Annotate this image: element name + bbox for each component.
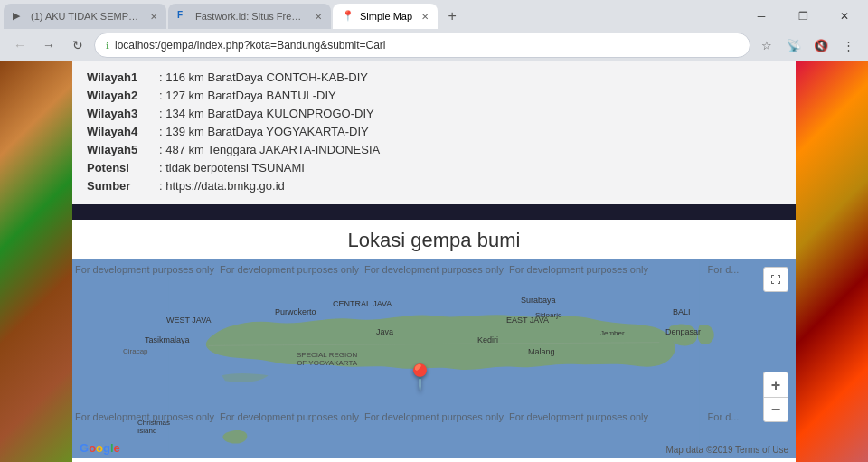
tab-close-2[interactable]: ✕: [315, 12, 322, 22]
map-label-jember: Jember: [600, 329, 625, 337]
tab-favicon-3: 📍: [342, 10, 354, 23]
info-value-5: : 487 km Tenggara JAKARTA-INDONESIA: [159, 141, 781, 159]
info-label-5: Wilayah5: [87, 141, 159, 159]
map-label-denpasar: Denpasar: [665, 327, 701, 336]
map-label-kediri: Kediri: [477, 335, 498, 344]
map-title: Lokasi gempa bumi: [72, 220, 796, 259]
bookmark-icon[interactable]: ☆: [754, 33, 779, 58]
tab-close-1[interactable]: ✕: [150, 12, 157, 22]
info-row-1: Wilayah1 : 116 km BaratDaya CONTOH-KAB-D…: [87, 69, 781, 87]
map-label-east-java: EAST JAVA: [506, 316, 549, 325]
google-letter-g2: g: [103, 441, 110, 455]
map-svg: [72, 259, 796, 458]
info-label-6: Potensi: [87, 159, 159, 177]
restore-button[interactable]: ❐: [783, 4, 823, 29]
tab-label-3: Simple Map: [360, 11, 412, 22]
google-letter-e: e: [114, 441, 120, 455]
tab-close-3[interactable]: ✕: [421, 12, 429, 22]
map-zoom-controls: + −: [763, 372, 788, 422]
map-attribution: Map data ©2019 Terms of Use: [665, 445, 788, 455]
info-label-1: Wilayah1: [87, 69, 159, 87]
minimize-button[interactable]: ─: [741, 4, 781, 29]
map-pin: 📍: [404, 363, 436, 392]
map-container[interactable]: WEST JAVA Tasikmalaya Ciracap Purwokerto…: [72, 259, 796, 458]
back-button[interactable]: ←: [7, 33, 33, 58]
mute-icon[interactable]: 🔇: [808, 33, 834, 58]
info-row-4: Wilayah4 : 139 km BaratDaya YOGYAKARTA-D…: [87, 123, 781, 141]
bg-right: [796, 61, 868, 462]
page-content: Wilayah1 : 116 km BaratDaya CONTOH-KAB-D…: [0, 61, 868, 462]
info-value-1: : 116 km BaratDaya CONTOH-KAB-DIY: [159, 69, 781, 87]
tab-fastwork[interactable]: F Fastwork.id: Situs Freelance Onl... ✕: [168, 4, 331, 29]
map-label-special-region: SPECIAL REGIONOF YOGYAKARTA: [297, 351, 357, 367]
map-label-purwokerto: Purwokerto: [275, 307, 316, 316]
new-tab-button[interactable]: +: [439, 4, 465, 29]
bg-left: [0, 61, 72, 462]
info-row-2: Wilayah2 : 127 km BaratDaya BANTUL-DIY: [87, 87, 781, 105]
cast-icon[interactable]: 📡: [781, 33, 807, 58]
google-logo: Google: [80, 441, 120, 455]
tab-bar: ▶ (1) AKU TIDAK SEMPURNA ( ✕ F Fastwork.…: [0, 0, 868, 29]
address-bar[interactable]: ℹ localhost/gempa/index.php?kota=Bandung…: [94, 33, 750, 58]
close-button[interactable]: ✕: [825, 4, 864, 29]
url-text: localhost/gempa/index.php?kota=Bandung&s…: [115, 39, 739, 52]
map-label-tasikmalaya: Tasikmalaya: [145, 335, 190, 344]
info-row-6: Potensi : tidak berpotensi TSUNAMI: [87, 159, 781, 177]
tab-label-1: (1) AKU TIDAK SEMPURNA (: [31, 11, 141, 22]
info-row-5: Wilayah5 : 487 km Tenggara JAKARTA-INDON…: [87, 141, 781, 159]
reload-button[interactable]: ↻: [65, 33, 90, 58]
browser-chrome: ▶ (1) AKU TIDAK SEMPURNA ( ✕ F Fastwork.…: [0, 0, 868, 61]
zoom-out-button[interactable]: −: [763, 397, 788, 422]
fullscreen-icon: [769, 273, 782, 286]
info-value-6: : tidak berpotensi TSUNAMI: [159, 159, 781, 177]
map-label-surabaya: Surabaya: [521, 296, 556, 305]
map-label-java: Java: [376, 327, 393, 336]
tab-favicon-2: F: [177, 10, 190, 23]
google-letter-o1: o: [89, 441, 96, 455]
info-value-4: : 139 km BaratDaya YOGYAKARTA-DIY: [159, 123, 781, 141]
map-label-malang: Malang: [528, 347, 555, 356]
google-letter-o2: o: [96, 441, 103, 455]
map-section: Lokasi gempa bumi: [72, 220, 796, 462]
info-value-3: : 134 km BaratDaya KULONPROGO-DIY: [159, 105, 781, 123]
menu-icon[interactable]: ⋮: [835, 33, 861, 58]
map-label-central-java: CENTRAL JAVA: [333, 299, 392, 308]
tab-simple-map[interactable]: 📍 Simple Map ✕: [333, 4, 438, 29]
info-row-3: Wilayah3 : 134 km BaratDaya KULONPROGO-D…: [87, 105, 781, 123]
zoom-in-button[interactable]: +: [763, 372, 788, 397]
google-letter-g: G: [80, 441, 89, 455]
map-label-ciracap: Ciracap: [123, 347, 148, 355]
info-value-7: : https://data.bmkg.go.id: [159, 177, 781, 195]
map-label-christmas: ChristmasIsland: [137, 419, 170, 435]
info-panel: Wilayah1 : 116 km BaratDaya CONTOH-KAB-D…: [72, 61, 796, 204]
tab-label-2: Fastwork.id: Situs Freelance Onl...: [195, 11, 306, 22]
toolbar-icons: ☆ 📡 🔇 ⋮: [754, 33, 861, 58]
map-label-bali: BALI: [673, 307, 691, 316]
info-row-7: Sumber : https://data.bmkg.go.id: [87, 177, 781, 195]
address-bar-row: ← → ↻ ℹ localhost/gempa/index.php?kota=B…: [0, 29, 868, 61]
map-label-west-java: WEST JAVA: [166, 316, 212, 325]
info-label-4: Wilayah4: [87, 123, 159, 141]
forward-button[interactable]: →: [36, 33, 61, 58]
lock-icon: ℹ: [106, 41, 109, 51]
info-value-2: : 127 km BaratDaya BANTUL-DIY: [159, 87, 781, 105]
info-label-2: Wilayah2: [87, 87, 159, 105]
map-fullscreen-button[interactable]: [763, 267, 788, 292]
info-label-3: Wilayah3: [87, 105, 159, 123]
info-label-7: Sumber: [87, 177, 159, 195]
window-controls: ─ ❐ ✕: [741, 4, 864, 29]
tab-aku-tidak[interactable]: ▶ (1) AKU TIDAK SEMPURNA ( ✕: [4, 4, 166, 29]
tab-favicon-1: ▶: [13, 10, 25, 23]
